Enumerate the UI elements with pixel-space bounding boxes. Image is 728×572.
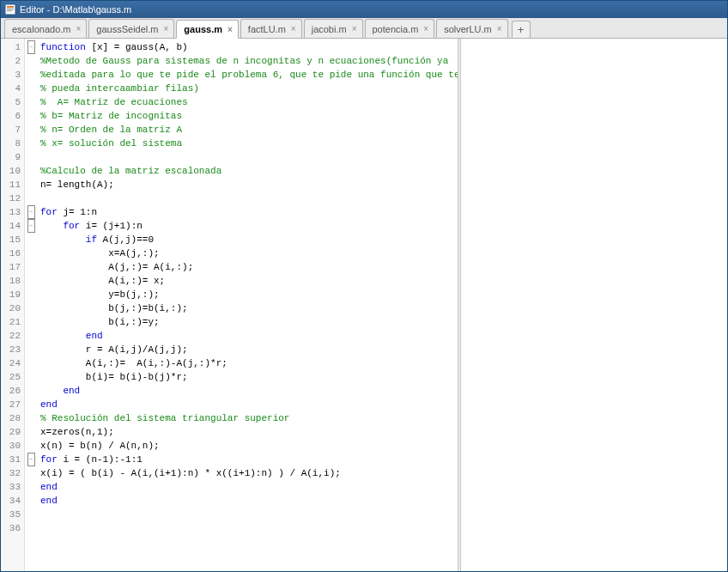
close-icon[interactable]: × [228,25,233,34]
code-line[interactable]: x(n) = b(n) / A(n,n); [40,439,458,453]
code-line[interactable]: y=b(j,:); [40,288,458,301]
code-line[interactable]: end [40,398,458,411]
code-line[interactable]: % n= Orden de la matriz A [40,123,458,137]
line-number: 26 [1,384,21,398]
fold-marker [25,54,37,68]
text-token: [x] = gauss(A, b) [86,42,188,52]
text-token: r = A(i,j)/A(j,j); [40,344,188,355]
code-line[interactable]: A(j,:)= A(i,:); [40,260,458,274]
code-line[interactable]: end [40,494,458,508]
line-number: 36 [1,521,21,535]
close-icon[interactable]: × [164,24,169,33]
fold-marker[interactable]: − [25,205,37,219]
code-line[interactable]: for i = (n-1):-1:1 [40,453,458,466]
text-token: A(j,:)= A(i,:); [40,262,193,272]
close-icon[interactable]: × [291,24,296,33]
code-line[interactable]: x=zeros(n,1); [40,425,458,439]
code-line[interactable]: % Resolución del sistema triangular supe… [40,411,458,425]
code-line[interactable]: n= length(A); [40,178,458,192]
code-line[interactable]: end [40,384,458,398]
fold-marker [25,301,37,315]
comment-token: % b= Matriz de incognitas [40,111,182,121]
code-line[interactable]: b(i)= b(i)-b(j)*r; [40,370,458,384]
fold-marker[interactable]: − [25,40,37,54]
fold-marker [25,425,37,439]
tab-escalonado-m[interactable]: escalonado.m× [4,19,87,38]
line-number: 20 [1,301,21,315]
comment-token: % n= Orden de la matriz A [40,125,182,135]
code-line[interactable]: function [x] = gauss(A, b) [40,40,458,54]
text-token: x=A(j,:); [40,248,160,259]
fold-minus-icon[interactable]: − [27,205,35,219]
line-number: 16 [1,246,21,260]
code-line[interactable]: %Metodo de Gauss para sistemas de n inco… [40,54,458,68]
close-icon[interactable]: × [352,24,357,33]
fold-marker [25,150,37,164]
fold-marker[interactable]: − [25,453,37,466]
code-line[interactable] [40,192,458,205]
code-line[interactable]: % A= Matriz de ecuaciones [40,95,458,109]
fold-marker[interactable]: − [25,219,37,233]
fold-marker [25,370,37,384]
line-number: 18 [1,274,21,288]
svg-rect-2 [7,9,14,9]
close-icon[interactable]: × [76,24,82,33]
fold-marker [25,521,37,535]
code-fold-column: −−−− [25,39,37,571]
code-pane[interactable]: function [x] = gauss(A, b)%Metodo de Gau… [37,39,458,571]
tab-label: escalonado.m [12,24,71,34]
code-line[interactable] [40,521,458,535]
line-number: 9 [1,150,21,164]
line-number: 27 [1,398,21,411]
code-line[interactable]: %Calculo de la matriz escalonada [40,164,458,178]
fold-minus-icon[interactable]: − [27,453,35,466]
tab-factLU-m[interactable]: factLU.m× [240,19,302,38]
fold-minus-icon[interactable]: − [27,219,35,233]
tab-label: jacobi.m [312,24,347,34]
code-line[interactable] [40,508,458,521]
code-line[interactable]: % x= solución del sistema [40,137,458,150]
comment-token: % A= Matriz de ecuaciones [40,97,188,107]
close-icon[interactable]: × [497,24,502,33]
code-line[interactable]: r = A(i,j)/A(j,j); [40,343,458,356]
code-line[interactable]: %editada para lo que te pide el problema… [40,68,458,82]
text-token: j= 1:n [58,207,97,217]
code-line[interactable]: x(i) = ( b(i) - A(i,(i+1):n) * x((i+1):n… [40,466,458,480]
text-token: n= length(A); [40,180,114,190]
code-line[interactable]: for j= 1:n [40,205,458,219]
line-number: 2 [1,54,21,68]
tab-strip: escalonado.m×gaussSeidel.m×gauss.m×factL… [1,18,727,39]
text-token: x=zeros(n,1); [40,427,114,437]
code-line[interactable]: if A(j,j)==0 [40,233,458,246]
code-line[interactable]: A(i,:)= A(i,:)-A(j,:)*r; [40,356,458,370]
line-number: 28 [1,411,21,425]
fold-marker [25,411,37,425]
code-line[interactable]: b(j,:)=b(i,:); [40,301,458,315]
keyword-token: function [40,42,86,52]
tab-gauss-m[interactable]: gauss.m× [176,20,238,39]
comment-token: %editada para lo que te pide el problema… [40,70,458,80]
text-token: b(j,:)=b(i,:); [40,303,188,313]
editor-app-icon [4,3,16,15]
tab-label: gauss.m [184,24,222,34]
line-number: 19 [1,288,21,301]
code-line[interactable]: b(i,:)=y; [40,315,458,329]
close-icon[interactable]: × [423,24,428,33]
text-token [40,331,86,341]
tab-gaussSeidel-m[interactable]: gaussSeidel.m× [88,19,174,38]
tab-solverLU-m[interactable]: solverLU.m× [436,19,507,38]
code-line[interactable]: end [40,329,458,343]
code-line[interactable]: % b= Matriz de incognitas [40,109,458,123]
add-tab-button[interactable]: + [512,21,531,38]
code-line[interactable]: A(i,:)= x; [40,274,458,288]
code-line[interactable]: end [40,480,458,494]
text-token [40,386,63,396]
tab-jacobi-m[interactable]: jacobi.m× [304,19,363,38]
code-line[interactable] [40,150,458,164]
code-line[interactable]: % pueda intercaambiar filas) [40,82,458,95]
tab-potencia-m[interactable]: potencia.m× [365,19,435,38]
code-line[interactable]: x=A(j,:); [40,246,458,260]
fold-minus-icon[interactable]: − [27,40,35,54]
line-number: 34 [1,494,21,508]
code-line[interactable]: for i= (j+1):n [40,219,458,233]
